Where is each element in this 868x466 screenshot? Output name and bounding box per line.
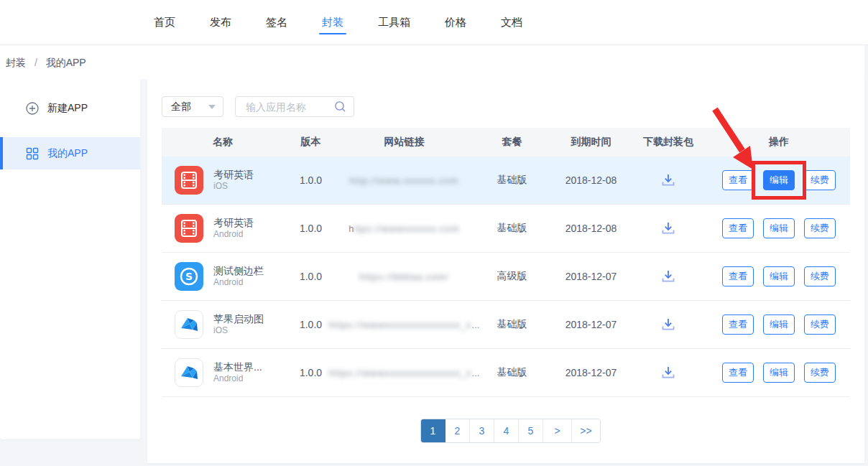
nav-tab[interactable]: 工具箱 [366, 0, 422, 45]
download-icon[interactable] [660, 269, 676, 284]
action-button[interactable]: 查看 [722, 170, 754, 190]
app-platform: iOS [213, 325, 264, 337]
plan-badge: 基础版 [471, 174, 553, 187]
app-icon: S [175, 262, 203, 291]
table-row: 考研英语 Android 1.0.0 https://wwwxxxxxx.com… [162, 205, 850, 253]
site-link: https://bbbaa.com/ [338, 271, 471, 282]
nav-tab[interactable]: 封装 [310, 0, 355, 45]
app-platform: Android [213, 229, 254, 241]
action-button[interactable]: 编辑 [763, 218, 795, 238]
app-icon [175, 214, 203, 243]
app-name: 基本世界... [213, 360, 262, 373]
expire-date: 2018-12-07 [553, 319, 629, 330]
actions-cell: 查看编辑续费 [722, 266, 836, 286]
app-platform: Android [213, 373, 262, 385]
table-row: S 测试侧边栏 Android 1.0.0 https://bbbaa.com/… [162, 253, 850, 301]
search-icon[interactable] [334, 101, 346, 113]
download-icon[interactable] [660, 172, 676, 188]
last-page-button[interactable]: >> [572, 419, 600, 442]
grid-icon [26, 147, 39, 160]
search-input[interactable] [244, 101, 334, 113]
app-platform: iOS [213, 181, 254, 192]
app-icon [175, 310, 203, 339]
plus-circle-icon [26, 102, 39, 115]
next-page-button[interactable]: > [543, 419, 572, 442]
table-row: 苹果启动图 iOS 1.0.0 https://wwwxxxxxxxxxxxxx… [162, 301, 850, 349]
top-navbar: 首页发布签名封装工具箱价格文档 [0, 0, 868, 45]
app-platform: Android [213, 277, 264, 289]
sidebar-item-my-app[interactable]: 我的APP [0, 137, 140, 169]
expire-date: 2018-12-08 [553, 223, 629, 234]
table-row: 基本世界... Android 1.0.0 https://wwwxxxxxxx… [162, 349, 850, 397]
app-name: 测试侧边栏 [213, 264, 264, 277]
action-button[interactable]: 编辑 [763, 314, 795, 335]
action-button[interactable]: 续费 [804, 170, 836, 190]
annotation-red-box: 编辑 [752, 161, 806, 200]
toolbar: 全部 [162, 96, 354, 118]
site-link: https://wwwxxxxxxxxxxxxxx_x... [338, 320, 471, 330]
sidebar-item-label: 新建APP [47, 102, 88, 115]
column-header: 操作 [708, 136, 850, 149]
app-version: 1.0.0 [284, 271, 338, 282]
table-row: 考研英语 iOS 1.0.0 http://www.xxxxxx.com 基础版… [162, 157, 850, 205]
app-name: 苹果启动图 [213, 312, 264, 325]
site-link: http://www.xxxxxx.com [338, 175, 471, 186]
pagination: 12345>>> [420, 419, 601, 443]
actions-cell: 查看编辑续费 [722, 314, 836, 335]
download-icon[interactable] [660, 317, 676, 332]
page-button[interactable]: 2 [445, 419, 470, 442]
action-button[interactable]: 续费 [804, 363, 836, 383]
breadcrumb: 封装 / 我的APP [6, 57, 86, 70]
column-header: 到期时间 [553, 136, 629, 149]
column-header: 名称 [162, 136, 284, 149]
expire-date: 2018-12-07 [553, 271, 629, 282]
action-button[interactable]: 续费 [804, 218, 836, 238]
nav-tab[interactable]: 首页 [142, 0, 187, 45]
column-header: 下载封装包 [629, 136, 708, 149]
action-button[interactable]: 查看 [722, 314, 754, 335]
breadcrumb-separator: / [34, 57, 37, 68]
action-button[interactable]: 续费 [804, 266, 836, 286]
breadcrumb-parent[interactable]: 封装 [6, 57, 26, 68]
app-version: 1.0.0 [284, 223, 338, 234]
site-link: https://wwwxxxxxxxxxxxxxx_x... [338, 368, 471, 378]
expire-date: 2018-12-07 [553, 367, 629, 378]
action-button[interactable]: 编辑 [763, 266, 795, 286]
app-icon [175, 358, 203, 387]
plan-badge: 高级版 [471, 270, 553, 283]
column-header: 套餐 [471, 136, 553, 149]
nav-tab[interactable]: 价格 [433, 0, 478, 45]
action-button[interactable]: 查看 [722, 363, 754, 383]
breadcrumb-current: 我的APP [46, 57, 86, 68]
table-body: 考研英语 iOS 1.0.0 http://www.xxxxxx.com 基础版… [162, 157, 850, 397]
action-button[interactable]: 查看 [722, 266, 754, 286]
page-button[interactable]: 4 [494, 419, 519, 442]
filter-select[interactable]: 全部 [162, 96, 223, 117]
table-header: 名称版本网站链接套餐到期时间下载封装包操作 [162, 128, 850, 157]
nav-tabs: 首页发布签名封装工具箱价格文档 [142, 0, 545, 45]
action-button[interactable]: 查看 [722, 218, 754, 238]
download-icon[interactable] [660, 220, 676, 236]
page-button[interactable]: 1 [421, 419, 445, 442]
main-panel: 全部 名称版本网站链接套餐到期时间下载封装包操作 考研英语 iOS 1.0.0 … [147, 79, 864, 463]
nav-tab[interactable]: 签名 [254, 0, 299, 45]
app-icon [175, 166, 203, 195]
filter-select-value: 全部 [171, 101, 191, 113]
site-link: https://wwwxxxxxx.com [338, 223, 471, 234]
action-button[interactable]: 续费 [804, 314, 836, 335]
sidebar-item-new-app[interactable]: 新建APP [0, 92, 140, 124]
page-button[interactable]: 5 [519, 419, 543, 442]
column-header: 版本 [284, 136, 338, 149]
page-button[interactable]: 3 [470, 419, 494, 442]
plan-badge: 基础版 [471, 366, 553, 379]
apps-table: 名称版本网站链接套餐到期时间下载封装包操作 考研英语 iOS 1.0.0 htt… [162, 128, 850, 397]
action-button[interactable]: 编辑 [763, 170, 795, 190]
action-button[interactable]: 编辑 [763, 363, 795, 383]
nav-tab[interactable]: 文档 [489, 0, 534, 45]
nav-tab[interactable]: 发布 [198, 0, 243, 45]
column-header: 网站链接 [338, 136, 471, 149]
chevron-down-icon [208, 105, 216, 109]
svg-text:S: S [185, 271, 193, 282]
download-icon[interactable] [660, 365, 676, 381]
search-box [235, 96, 354, 117]
